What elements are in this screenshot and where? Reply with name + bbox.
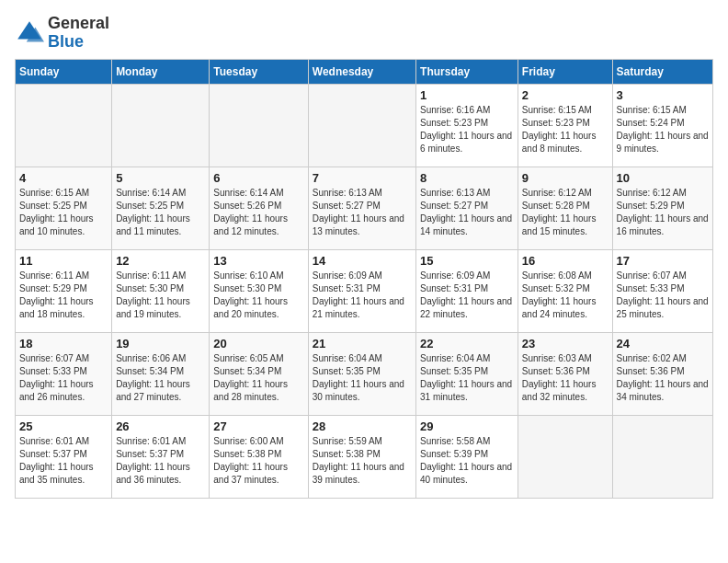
cell-info: Sunrise: 6:12 AM Sunset: 5:29 PM Dayligh… <box>617 187 709 238</box>
calendar-cell: 28Sunrise: 5:59 AM Sunset: 5:38 PM Dayli… <box>308 415 415 498</box>
day-number: 4 <box>19 171 108 185</box>
cell-info: Sunrise: 6:08 AM Sunset: 5:32 PM Dayligh… <box>522 270 609 321</box>
calendar-cell <box>210 84 308 167</box>
header-cell-saturday: Saturday <box>612 59 712 84</box>
logo-text: General Blue <box>48 15 109 52</box>
cell-info: Sunrise: 6:13 AM Sunset: 5:27 PM Dayligh… <box>313 187 412 238</box>
cell-info: Sunrise: 6:14 AM Sunset: 5:25 PM Dayligh… <box>116 187 205 238</box>
day-number: 7 <box>313 171 412 185</box>
day-number: 1 <box>420 88 514 102</box>
calendar-cell: 6Sunrise: 6:14 AM Sunset: 5:26 PM Daylig… <box>210 167 308 249</box>
calendar-cell: 7Sunrise: 6:13 AM Sunset: 5:27 PM Daylig… <box>308 167 415 249</box>
cell-info: Sunrise: 6:01 AM Sunset: 5:37 PM Dayligh… <box>19 435 108 487</box>
calendar-cell <box>308 84 415 167</box>
day-number: 15 <box>420 254 514 268</box>
cell-info: Sunrise: 6:11 AM Sunset: 5:30 PM Dayligh… <box>116 270 205 321</box>
cell-info: Sunrise: 5:59 AM Sunset: 5:38 PM Dayligh… <box>313 435 412 487</box>
day-number: 8 <box>420 171 514 185</box>
day-number: 18 <box>19 337 108 350</box>
calendar-cell: 20Sunrise: 6:05 AM Sunset: 5:34 PM Dayli… <box>210 332 308 415</box>
cell-info: Sunrise: 6:03 AM Sunset: 5:36 PM Dayligh… <box>522 352 609 404</box>
calendar-cell: 9Sunrise: 6:12 AM Sunset: 5:28 PM Daylig… <box>518 167 612 249</box>
calendar-cell: 15Sunrise: 6:09 AM Sunset: 5:31 PM Dayli… <box>416 249 518 332</box>
cell-info: Sunrise: 6:05 AM Sunset: 5:34 PM Dayligh… <box>213 352 303 404</box>
day-number: 28 <box>313 419 412 433</box>
cell-info: Sunrise: 6:04 AM Sunset: 5:35 PM Dayligh… <box>420 352 514 404</box>
cell-info: Sunrise: 6:04 AM Sunset: 5:35 PM Dayligh… <box>313 352 412 404</box>
calendar-cell: 29Sunrise: 5:58 AM Sunset: 5:39 PM Dayli… <box>416 415 518 498</box>
day-number: 29 <box>420 419 514 433</box>
cell-info: Sunrise: 6:12 AM Sunset: 5:28 PM Dayligh… <box>522 187 609 238</box>
cell-info: Sunrise: 6:13 AM Sunset: 5:27 PM Dayligh… <box>420 187 514 238</box>
week-row-5: 25Sunrise: 6:01 AM Sunset: 5:37 PM Dayli… <box>16 415 713 498</box>
day-number: 2 <box>522 88 609 102</box>
calendar-cell: 27Sunrise: 6:00 AM Sunset: 5:38 PM Dayli… <box>210 415 308 498</box>
cell-info: Sunrise: 6:14 AM Sunset: 5:26 PM Dayligh… <box>213 187 303 238</box>
page-header: General Blue <box>15 15 713 52</box>
day-number: 24 <box>617 337 709 350</box>
week-row-3: 11Sunrise: 6:11 AM Sunset: 5:29 PM Dayli… <box>16 249 713 332</box>
day-number: 17 <box>617 254 709 268</box>
calendar-cell: 24Sunrise: 6:02 AM Sunset: 5:36 PM Dayli… <box>612 332 712 415</box>
day-number: 14 <box>313 254 412 268</box>
cell-info: Sunrise: 6:15 AM Sunset: 5:23 PM Dayligh… <box>522 104 609 155</box>
calendar-cell: 16Sunrise: 6:08 AM Sunset: 5:32 PM Dayli… <box>518 249 612 332</box>
calendar-cell: 2Sunrise: 6:15 AM Sunset: 5:23 PM Daylig… <box>518 84 612 167</box>
day-number: 10 <box>617 171 709 185</box>
calendar-cell: 4Sunrise: 6:15 AM Sunset: 5:25 PM Daylig… <box>16 167 112 249</box>
day-number: 12 <box>116 254 205 268</box>
cell-info: Sunrise: 5:58 AM Sunset: 5:39 PM Dayligh… <box>420 435 514 487</box>
calendar-cell <box>612 415 712 498</box>
day-number: 6 <box>213 171 303 185</box>
calendar-cell: 21Sunrise: 6:04 AM Sunset: 5:35 PM Dayli… <box>308 332 415 415</box>
calendar-cell: 10Sunrise: 6:12 AM Sunset: 5:29 PM Dayli… <box>612 167 712 249</box>
calendar-cell: 14Sunrise: 6:09 AM Sunset: 5:31 PM Dayli… <box>308 249 415 332</box>
cell-info: Sunrise: 6:07 AM Sunset: 5:33 PM Dayligh… <box>617 270 709 321</box>
header-cell-tuesday: Tuesday <box>210 59 308 84</box>
cell-info: Sunrise: 6:02 AM Sunset: 5:36 PM Dayligh… <box>617 352 709 404</box>
calendar-cell: 11Sunrise: 6:11 AM Sunset: 5:29 PM Dayli… <box>16 249 112 332</box>
header-cell-friday: Friday <box>518 59 612 84</box>
cell-info: Sunrise: 6:07 AM Sunset: 5:33 PM Dayligh… <box>19 352 108 404</box>
calendar-cell: 5Sunrise: 6:14 AM Sunset: 5:25 PM Daylig… <box>112 167 210 249</box>
calendar-cell <box>16 84 112 167</box>
calendar-table: SundayMondayTuesdayWednesdayThursdayFrid… <box>15 59 713 499</box>
calendar-cell: 25Sunrise: 6:01 AM Sunset: 5:37 PM Dayli… <box>16 415 112 498</box>
header-cell-sunday: Sunday <box>16 59 112 84</box>
cell-info: Sunrise: 6:15 AM Sunset: 5:24 PM Dayligh… <box>617 104 709 155</box>
calendar-cell: 22Sunrise: 6:04 AM Sunset: 5:35 PM Dayli… <box>416 332 518 415</box>
day-number: 11 <box>19 254 108 268</box>
logo-icon <box>15 18 44 48</box>
week-row-2: 4Sunrise: 6:15 AM Sunset: 5:25 PM Daylig… <box>16 167 713 249</box>
day-number: 16 <box>522 254 609 268</box>
day-number: 22 <box>420 337 514 350</box>
calendar-cell: 18Sunrise: 6:07 AM Sunset: 5:33 PM Dayli… <box>16 332 112 415</box>
header-cell-thursday: Thursday <box>416 59 518 84</box>
calendar-cell: 19Sunrise: 6:06 AM Sunset: 5:34 PM Dayli… <box>112 332 210 415</box>
calendar-cell <box>112 84 210 167</box>
cell-info: Sunrise: 6:09 AM Sunset: 5:31 PM Dayligh… <box>420 270 514 321</box>
day-number: 19 <box>116 337 205 350</box>
day-number: 25 <box>19 419 108 433</box>
calendar-cell: 23Sunrise: 6:03 AM Sunset: 5:36 PM Dayli… <box>518 332 612 415</box>
calendar-cell <box>518 415 612 498</box>
day-number: 21 <box>313 337 412 350</box>
calendar-cell: 8Sunrise: 6:13 AM Sunset: 5:27 PM Daylig… <box>416 167 518 249</box>
calendar-cell: 3Sunrise: 6:15 AM Sunset: 5:24 PM Daylig… <box>612 84 712 167</box>
cell-info: Sunrise: 6:11 AM Sunset: 5:29 PM Dayligh… <box>19 270 108 321</box>
day-number: 27 <box>213 419 303 433</box>
day-number: 9 <box>522 171 609 185</box>
cell-info: Sunrise: 6:09 AM Sunset: 5:31 PM Dayligh… <box>313 270 412 321</box>
cell-info: Sunrise: 6:06 AM Sunset: 5:34 PM Dayligh… <box>116 352 205 404</box>
day-number: 20 <box>213 337 303 350</box>
day-number: 3 <box>617 88 709 102</box>
header-row: SundayMondayTuesdayWednesdayThursdayFrid… <box>16 59 713 84</box>
calendar-cell: 13Sunrise: 6:10 AM Sunset: 5:30 PM Dayli… <box>210 249 308 332</box>
calendar-cell: 1Sunrise: 6:16 AM Sunset: 5:23 PM Daylig… <box>416 84 518 167</box>
calendar-cell: 17Sunrise: 6:07 AM Sunset: 5:33 PM Dayli… <box>612 249 712 332</box>
cell-info: Sunrise: 6:00 AM Sunset: 5:38 PM Dayligh… <box>213 435 303 487</box>
week-row-1: 1Sunrise: 6:16 AM Sunset: 5:23 PM Daylig… <box>16 84 713 167</box>
day-number: 26 <box>116 419 205 433</box>
calendar-cell: 26Sunrise: 6:01 AM Sunset: 5:37 PM Dayli… <box>112 415 210 498</box>
header-cell-monday: Monday <box>112 59 210 84</box>
